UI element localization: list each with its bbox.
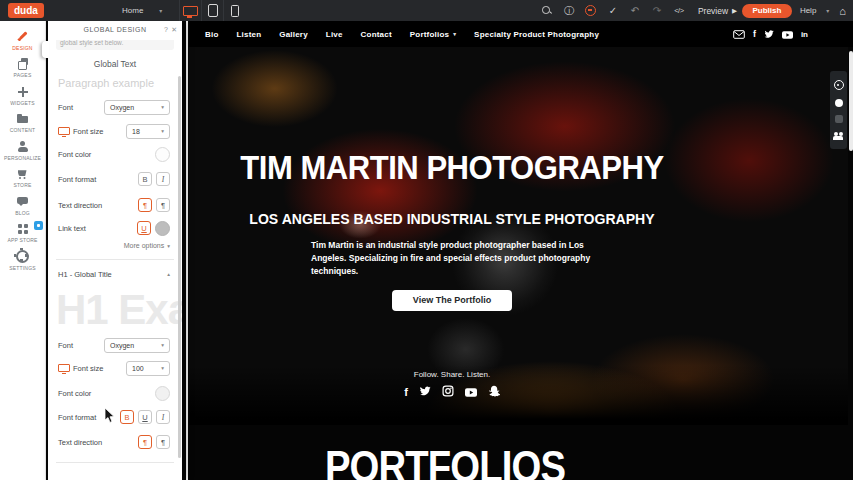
duda-logo[interactable]: duda xyxy=(8,3,44,18)
hero-body-text: Tim Martin is an industrial style produc… xyxy=(311,239,593,277)
panel-help-button[interactable]: ? xyxy=(164,26,168,34)
redo-button[interactable]: ↷ xyxy=(646,5,668,16)
youtube-icon[interactable] xyxy=(782,25,793,43)
desktop-view-button[interactable] xyxy=(179,0,201,21)
collaborators-icon[interactable] xyxy=(833,132,844,140)
nav-item-bio[interactable]: Bio xyxy=(205,30,219,39)
preview-scrollbar[interactable] xyxy=(849,51,853,151)
panel-collapse-handle[interactable] xyxy=(42,41,49,58)
play-icon: ▶ xyxy=(732,7,737,15)
font-format-label: Font format xyxy=(58,175,96,184)
page-selector-label: Home xyxy=(122,6,143,15)
sidebar-item-blog[interactable]: BLOG xyxy=(0,192,45,220)
top-bar: duda Home ▾ ⓘ ✓ ↶ ↷ </> Preview ▶ Publis… xyxy=(0,0,853,21)
bold-button[interactable]: B xyxy=(138,172,152,186)
rtl-button[interactable]: ¶ xyxy=(156,435,170,449)
code-icon: </> xyxy=(674,6,683,15)
facebook-icon[interactable]: f xyxy=(404,387,408,398)
h1-font-color-swatch[interactable] xyxy=(155,386,170,401)
email-icon[interactable] xyxy=(733,25,745,43)
nav-item-portfolios[interactable]: Portfolios ▾ xyxy=(410,30,456,39)
sidebar-item-label: DESIGN xyxy=(12,45,32,51)
instagram-icon[interactable] xyxy=(442,383,454,401)
undo-icon: ↶ xyxy=(631,5,639,16)
hero-section: TIM MARTIN PHOTOGRAPHY LOS ANGELES BASED… xyxy=(189,47,848,425)
font-format-row: Font format B I xyxy=(58,171,170,187)
nav-item-live[interactable]: Live xyxy=(326,30,343,39)
twitter-icon[interactable] xyxy=(764,25,774,43)
publish-button[interactable]: Publish xyxy=(742,4,792,18)
follow-share-listen-text: Follow. Share. Listen. xyxy=(196,370,708,379)
rtl-button[interactable]: ¶ xyxy=(156,198,170,212)
font-size-label-text: Font size xyxy=(73,127,103,136)
font-size-row: Font size 18 ▾ xyxy=(58,123,170,139)
panel-scrollbar[interactable] xyxy=(178,76,181,458)
nav-item-contact[interactable]: Contact xyxy=(361,30,392,39)
bold-button[interactable]: B xyxy=(120,410,134,424)
view-portfolio-button[interactable]: View The Portfolio xyxy=(392,290,512,311)
italic-button[interactable]: I xyxy=(156,410,170,424)
text-direction-row: Text direction ¶ ¶ xyxy=(58,197,170,213)
link-text-label: Link text xyxy=(58,224,86,233)
font-color-row: Font color xyxy=(58,146,170,162)
undo-button[interactable]: ↶ xyxy=(624,5,646,16)
page-selector[interactable]: Home ▾ xyxy=(122,0,162,21)
dashboard-home-button[interactable]: ⌂ xyxy=(839,5,846,17)
panel-title: GLOBAL DESIGN xyxy=(48,21,182,39)
chevron-down-icon: ▾ xyxy=(161,104,164,110)
chevron-down-icon: ▾ xyxy=(161,342,164,348)
italic-button[interactable]: I xyxy=(156,172,170,186)
sidebar-item-pages[interactable]: PAGES xyxy=(0,55,45,83)
ltr-button[interactable]: ¶ xyxy=(138,435,152,449)
font-format-label: Font format xyxy=(58,413,96,422)
help-menu[interactable]: Help ▾ xyxy=(800,6,829,15)
status-button[interactable] xyxy=(580,5,602,16)
linkedin-icon[interactable]: in xyxy=(801,30,808,39)
preview-label: Preview xyxy=(698,6,728,16)
youtube-icon[interactable] xyxy=(465,383,477,401)
tablet-view-button[interactable] xyxy=(201,0,223,21)
sidebar-item-personalize[interactable]: PERSONALIZE xyxy=(0,137,45,165)
link-underline-button[interactable]: U xyxy=(137,221,151,235)
h1-style-preview: H1 Example xyxy=(56,287,182,333)
h1-font-size-select[interactable]: 100 ▾ xyxy=(126,361,170,376)
font-size-select[interactable]: 18 ▾ xyxy=(126,124,170,139)
close-icon[interactable]: ✕ xyxy=(171,26,177,34)
nav-item-gallery[interactable]: Gallery xyxy=(279,30,308,39)
app-store-badge xyxy=(34,221,43,230)
sidebar-item-content[interactable]: CONTENT xyxy=(0,110,45,138)
twitter-icon[interactable] xyxy=(419,383,431,401)
disabled-tool-icon[interactable] xyxy=(835,115,843,123)
comments-icon[interactable] xyxy=(835,99,843,107)
sidebar-item-widgets[interactable]: WIDGETS xyxy=(0,82,45,110)
search-button[interactable] xyxy=(536,6,558,15)
scrolled-note-text: global style set below. xyxy=(56,40,174,46)
h1-section-header[interactable]: H1 - Global Title ▴ xyxy=(58,267,170,281)
nav-item-listen[interactable]: Listen xyxy=(237,30,262,39)
feedback-icon[interactable] xyxy=(834,80,844,90)
h1-font-select[interactable]: Oxygen ▾ xyxy=(104,338,170,353)
nav-item-specialty[interactable]: Specialty Product Photography xyxy=(474,30,599,39)
font-size-label: Font size xyxy=(58,364,103,373)
sidebar-item-app-store[interactable]: APP STORE xyxy=(0,220,45,248)
sidebar-item-store[interactable]: STORE xyxy=(0,165,45,193)
sidebar-item-settings[interactable]: SETTINGS xyxy=(0,247,45,275)
font-color-swatch[interactable] xyxy=(155,147,170,162)
mobile-view-button[interactable] xyxy=(223,0,245,21)
more-options-link[interactable]: More options ▾ xyxy=(124,242,170,249)
preview-button[interactable]: Preview ▶ xyxy=(698,6,734,16)
link-color-swatch[interactable] xyxy=(155,221,170,236)
sidebar-item-design[interactable]: DESIGN xyxy=(0,27,45,55)
underline-button[interactable]: U xyxy=(138,410,152,424)
hero-content: TIM MARTIN PHOTOGRAPHY LOS ANGELES BASED… xyxy=(196,47,708,425)
chevron-down-icon: ▾ xyxy=(161,365,164,371)
font-select[interactable]: Oxygen ▾ xyxy=(104,100,170,115)
facebook-icon[interactable]: f xyxy=(753,30,756,39)
dev-mode-button[interactable]: </> xyxy=(668,6,690,15)
ltr-button[interactable]: ¶ xyxy=(138,198,152,212)
font-size-label: Font size xyxy=(58,127,103,136)
snapchat-icon[interactable] xyxy=(488,383,500,401)
font-color-label: Font color xyxy=(58,150,91,159)
info-button[interactable]: ⓘ xyxy=(558,4,580,18)
gear-icon xyxy=(16,250,29,263)
